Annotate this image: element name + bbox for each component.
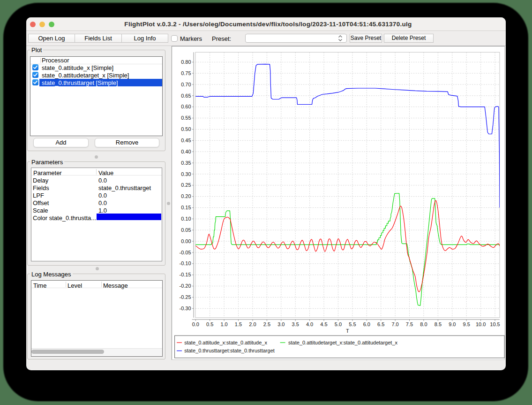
svg-text:T: T (346, 328, 349, 334)
svg-text:0.60: 0.60 (181, 104, 191, 109)
svg-text:0.00: 0.00 (181, 238, 191, 244)
svg-text:1.5: 1.5 (235, 321, 242, 327)
svg-text:0.80: 0.80 (181, 59, 191, 65)
svg-text:0.5: 0.5 (206, 321, 213, 327)
svg-text:state_0.attitude_x:state_0.att: state_0.attitude_x:state_0.attitude_x (184, 340, 267, 345)
svg-text:0.30: 0.30 (181, 171, 191, 177)
svg-text:3.5: 3.5 (292, 321, 299, 327)
svg-text:0.0: 0.0 (192, 321, 199, 327)
svg-text:0.25: 0.25 (181, 182, 191, 188)
svg-text:state_0.attitudetarget_x:state: state_0.attitudetarget_x:state_0.attitud… (288, 340, 397, 345)
svg-text:8.0: 8.0 (420, 321, 427, 327)
svg-text:0.55: 0.55 (181, 115, 191, 121)
svg-text:2.5: 2.5 (263, 321, 270, 327)
svg-text:3.0: 3.0 (277, 321, 285, 327)
svg-text:0.45: 0.45 (181, 138, 191, 143)
svg-text:0.35: 0.35 (181, 160, 191, 166)
svg-text:-0.30: -0.30 (180, 306, 191, 311)
svg-text:state_0.thrusttarget:state_0.t: state_0.thrusttarget:state_0.thrusttarge… (184, 348, 275, 353)
svg-text:6.5: 6.5 (377, 321, 384, 327)
svg-text:6.0: 6.0 (363, 321, 370, 327)
svg-text:7.5: 7.5 (406, 321, 413, 327)
svg-text:5.5: 5.5 (349, 321, 356, 327)
svg-text:9.0: 9.0 (449, 321, 456, 327)
svg-text:0.65: 0.65 (181, 93, 191, 99)
svg-text:10.5: 10.5 (490, 321, 500, 327)
svg-text:-0.10: -0.10 (180, 260, 191, 266)
svg-text:-0.05: -0.05 (180, 250, 191, 255)
svg-text:5.0: 5.0 (335, 321, 342, 327)
svg-text:0.40: 0.40 (181, 149, 191, 154)
svg-text:0.75: 0.75 (181, 70, 191, 76)
svg-text:0.20: 0.20 (181, 193, 191, 199)
svg-text:0.05: 0.05 (181, 227, 191, 233)
svg-text:2.0: 2.0 (249, 321, 256, 327)
svg-text:1.0: 1.0 (220, 321, 227, 327)
svg-text:9.5: 9.5 (463, 321, 470, 327)
svg-text:0.10: 0.10 (181, 216, 191, 222)
svg-text:-0.20: -0.20 (180, 283, 191, 289)
svg-text:-0.25: -0.25 (180, 294, 191, 300)
svg-text:4.5: 4.5 (320, 321, 327, 327)
svg-text:4.0: 4.0 (306, 321, 313, 327)
svg-text:10.0: 10.0 (476, 321, 486, 327)
svg-text:0.50: 0.50 (181, 126, 191, 132)
svg-text:0.15: 0.15 (181, 205, 191, 210)
svg-text:8.5: 8.5 (435, 321, 442, 327)
svg-text:7.0: 7.0 (391, 321, 398, 327)
svg-text:0.70: 0.70 (181, 82, 191, 87)
svg-text:-0.15: -0.15 (180, 272, 191, 277)
